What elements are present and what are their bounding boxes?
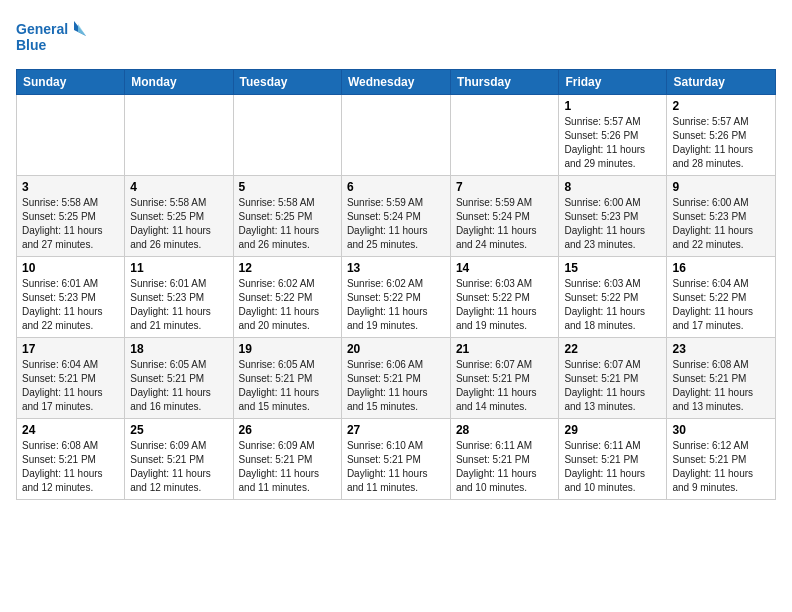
day-number: 30 [672, 423, 770, 437]
day-number: 20 [347, 342, 445, 356]
day-number: 26 [239, 423, 336, 437]
calendar-day-cell: 13Sunrise: 6:02 AM Sunset: 5:22 PM Dayli… [341, 257, 450, 338]
day-of-week-header: Thursday [450, 70, 559, 95]
day-of-week-header: Saturday [667, 70, 776, 95]
day-number: 23 [672, 342, 770, 356]
calendar-day-cell: 7Sunrise: 5:59 AM Sunset: 5:24 PM Daylig… [450, 176, 559, 257]
day-info: Sunrise: 5:59 AM Sunset: 5:24 PM Dayligh… [347, 196, 445, 252]
day-number: 29 [564, 423, 661, 437]
day-info: Sunrise: 6:01 AM Sunset: 5:23 PM Dayligh… [130, 277, 227, 333]
day-number: 22 [564, 342, 661, 356]
day-info: Sunrise: 6:00 AM Sunset: 5:23 PM Dayligh… [564, 196, 661, 252]
logo: General Blue [16, 16, 86, 61]
calendar-day-cell: 14Sunrise: 6:03 AM Sunset: 5:22 PM Dayli… [450, 257, 559, 338]
day-number: 18 [130, 342, 227, 356]
day-info: Sunrise: 6:11 AM Sunset: 5:21 PM Dayligh… [564, 439, 661, 495]
day-info: Sunrise: 6:03 AM Sunset: 5:22 PM Dayligh… [456, 277, 554, 333]
day-number: 8 [564, 180, 661, 194]
day-number: 25 [130, 423, 227, 437]
day-of-week-header: Sunday [17, 70, 125, 95]
svg-text:Blue: Blue [16, 37, 47, 53]
calendar-week-row: 10Sunrise: 6:01 AM Sunset: 5:23 PM Dayli… [17, 257, 776, 338]
calendar-day-cell [125, 95, 233, 176]
day-info: Sunrise: 5:59 AM Sunset: 5:24 PM Dayligh… [456, 196, 554, 252]
day-number: 10 [22, 261, 119, 275]
calendar-day-cell: 8Sunrise: 6:00 AM Sunset: 5:23 PM Daylig… [559, 176, 667, 257]
calendar-day-cell: 21Sunrise: 6:07 AM Sunset: 5:21 PM Dayli… [450, 338, 559, 419]
calendar-day-cell: 20Sunrise: 6:06 AM Sunset: 5:21 PM Dayli… [341, 338, 450, 419]
day-number: 11 [130, 261, 227, 275]
day-info: Sunrise: 5:58 AM Sunset: 5:25 PM Dayligh… [22, 196, 119, 252]
day-of-week-header: Tuesday [233, 70, 341, 95]
day-of-week-header: Wednesday [341, 70, 450, 95]
calendar-day-cell: 15Sunrise: 6:03 AM Sunset: 5:22 PM Dayli… [559, 257, 667, 338]
day-number: 3 [22, 180, 119, 194]
day-number: 6 [347, 180, 445, 194]
day-number: 7 [456, 180, 554, 194]
day-info: Sunrise: 6:04 AM Sunset: 5:22 PM Dayligh… [672, 277, 770, 333]
day-info: Sunrise: 6:05 AM Sunset: 5:21 PM Dayligh… [130, 358, 227, 414]
calendar-day-cell [17, 95, 125, 176]
day-info: Sunrise: 6:07 AM Sunset: 5:21 PM Dayligh… [456, 358, 554, 414]
day-info: Sunrise: 6:06 AM Sunset: 5:21 PM Dayligh… [347, 358, 445, 414]
day-info: Sunrise: 6:10 AM Sunset: 5:21 PM Dayligh… [347, 439, 445, 495]
day-info: Sunrise: 6:09 AM Sunset: 5:21 PM Dayligh… [130, 439, 227, 495]
calendar-day-cell: 12Sunrise: 6:02 AM Sunset: 5:22 PM Dayli… [233, 257, 341, 338]
calendar-day-cell: 5Sunrise: 5:58 AM Sunset: 5:25 PM Daylig… [233, 176, 341, 257]
day-number: 19 [239, 342, 336, 356]
calendar-day-cell: 16Sunrise: 6:04 AM Sunset: 5:22 PM Dayli… [667, 257, 776, 338]
day-info: Sunrise: 6:08 AM Sunset: 5:21 PM Dayligh… [672, 358, 770, 414]
day-info: Sunrise: 6:12 AM Sunset: 5:21 PM Dayligh… [672, 439, 770, 495]
calendar-day-cell: 23Sunrise: 6:08 AM Sunset: 5:21 PM Dayli… [667, 338, 776, 419]
calendar-day-cell: 25Sunrise: 6:09 AM Sunset: 5:21 PM Dayli… [125, 419, 233, 500]
calendar-day-cell: 28Sunrise: 6:11 AM Sunset: 5:21 PM Dayli… [450, 419, 559, 500]
svg-marker-3 [78, 24, 86, 36]
day-info: Sunrise: 6:09 AM Sunset: 5:21 PM Dayligh… [239, 439, 336, 495]
day-number: 5 [239, 180, 336, 194]
calendar-day-cell: 24Sunrise: 6:08 AM Sunset: 5:21 PM Dayli… [17, 419, 125, 500]
calendar-day-cell: 11Sunrise: 6:01 AM Sunset: 5:23 PM Dayli… [125, 257, 233, 338]
calendar-day-cell: 26Sunrise: 6:09 AM Sunset: 5:21 PM Dayli… [233, 419, 341, 500]
day-info: Sunrise: 5:58 AM Sunset: 5:25 PM Dayligh… [239, 196, 336, 252]
day-info: Sunrise: 5:57 AM Sunset: 5:26 PM Dayligh… [672, 115, 770, 171]
page-header: General Blue [16, 16, 776, 61]
day-info: Sunrise: 6:02 AM Sunset: 5:22 PM Dayligh… [239, 277, 336, 333]
calendar-day-cell: 4Sunrise: 5:58 AM Sunset: 5:25 PM Daylig… [125, 176, 233, 257]
calendar-day-cell: 27Sunrise: 6:10 AM Sunset: 5:21 PM Dayli… [341, 419, 450, 500]
calendar-week-row: 17Sunrise: 6:04 AM Sunset: 5:21 PM Dayli… [17, 338, 776, 419]
svg-text:General: General [16, 21, 68, 37]
day-info: Sunrise: 6:00 AM Sunset: 5:23 PM Dayligh… [672, 196, 770, 252]
day-info: Sunrise: 6:08 AM Sunset: 5:21 PM Dayligh… [22, 439, 119, 495]
calendar-week-row: 24Sunrise: 6:08 AM Sunset: 5:21 PM Dayli… [17, 419, 776, 500]
calendar-day-cell: 17Sunrise: 6:04 AM Sunset: 5:21 PM Dayli… [17, 338, 125, 419]
day-info: Sunrise: 5:57 AM Sunset: 5:26 PM Dayligh… [564, 115, 661, 171]
day-number: 28 [456, 423, 554, 437]
day-number: 27 [347, 423, 445, 437]
day-number: 16 [672, 261, 770, 275]
calendar-day-cell: 19Sunrise: 6:05 AM Sunset: 5:21 PM Dayli… [233, 338, 341, 419]
day-info: Sunrise: 6:02 AM Sunset: 5:22 PM Dayligh… [347, 277, 445, 333]
day-number: 2 [672, 99, 770, 113]
calendar-day-cell: 30Sunrise: 6:12 AM Sunset: 5:21 PM Dayli… [667, 419, 776, 500]
calendar-table: SundayMondayTuesdayWednesdayThursdayFrid… [16, 69, 776, 500]
day-info: Sunrise: 6:01 AM Sunset: 5:23 PM Dayligh… [22, 277, 119, 333]
calendar-day-cell: 10Sunrise: 6:01 AM Sunset: 5:23 PM Dayli… [17, 257, 125, 338]
calendar-day-cell: 22Sunrise: 6:07 AM Sunset: 5:21 PM Dayli… [559, 338, 667, 419]
calendar-week-row: 3Sunrise: 5:58 AM Sunset: 5:25 PM Daylig… [17, 176, 776, 257]
calendar-day-cell [341, 95, 450, 176]
calendar-day-cell: 1Sunrise: 5:57 AM Sunset: 5:26 PM Daylig… [559, 95, 667, 176]
day-number: 9 [672, 180, 770, 194]
day-info: Sunrise: 6:04 AM Sunset: 5:21 PM Dayligh… [22, 358, 119, 414]
day-number: 1 [564, 99, 661, 113]
day-info: Sunrise: 6:03 AM Sunset: 5:22 PM Dayligh… [564, 277, 661, 333]
calendar-day-cell: 18Sunrise: 6:05 AM Sunset: 5:21 PM Dayli… [125, 338, 233, 419]
calendar-day-cell: 2Sunrise: 5:57 AM Sunset: 5:26 PM Daylig… [667, 95, 776, 176]
calendar-header-row: SundayMondayTuesdayWednesdayThursdayFrid… [17, 70, 776, 95]
calendar-day-cell: 6Sunrise: 5:59 AM Sunset: 5:24 PM Daylig… [341, 176, 450, 257]
day-number: 21 [456, 342, 554, 356]
day-info: Sunrise: 6:05 AM Sunset: 5:21 PM Dayligh… [239, 358, 336, 414]
calendar-day-cell: 9Sunrise: 6:00 AM Sunset: 5:23 PM Daylig… [667, 176, 776, 257]
day-of-week-header: Monday [125, 70, 233, 95]
day-number: 13 [347, 261, 445, 275]
day-of-week-header: Friday [559, 70, 667, 95]
